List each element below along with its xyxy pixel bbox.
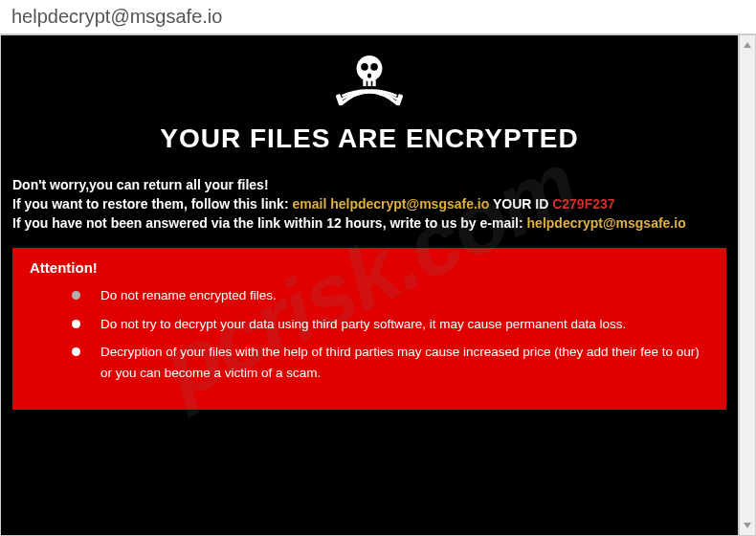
attention-bullet-list: Do not rename encrypted files. Do not tr… [30,285,709,383]
ransom-note-content: pcrisk.com YOUR FILES ARE ENCRYPTED Don [0,34,739,536]
svg-point-2 [370,63,378,71]
restore-email: helpdecrypt@msgsafe.io [330,196,489,212]
your-id-label: YOUR ID [489,196,552,212]
window-title-text: helpdecrypt@msgsafe.io [11,6,222,27]
vertical-scrollbar[interactable] [739,34,756,536]
svg-rect-4 [367,79,370,86]
your-id-value: C279F237 [552,196,614,212]
list-item: Do not try to decrypt your data using th… [85,314,709,335]
svg-rect-3 [363,79,366,86]
svg-point-1 [361,63,368,71]
pirate-logo-container [12,49,726,118]
window-title-bar: helpdecrypt@msgsafe.io [0,0,756,34]
restore-email-label: email [292,196,330,212]
list-item: Do not rename encrypted files. [85,285,709,306]
scroll-down-arrow-icon[interactable] [743,520,752,531]
page-title: YOUR FILES ARE ENCRYPTED [12,123,726,154]
info-line-restore: If you want to restore them, follow this… [12,196,726,212]
svg-point-6 [367,74,371,78]
attention-heading: Attention! [30,259,709,276]
content-wrapper: pcrisk.com YOUR FILES ARE ENCRYPTED Don [0,34,756,536]
fallback-prefix: If you have not been answered via the li… [12,215,527,231]
scroll-up-arrow-icon[interactable] [743,39,752,51]
skull-crossbones-icon [329,49,410,114]
info-line-return: Don't worry,you can return all your file… [12,177,726,192]
svg-rect-5 [372,79,375,86]
fallback-email: helpdecrypt@msgsafe.io [527,215,686,231]
restore-prefix: If you want to restore them, follow this… [12,196,292,212]
attention-panel: Attention! Do not rename encrypted files… [12,248,726,410]
list-item: Decryption of your files with the help o… [85,342,709,383]
info-line-fallback: If you have not been answered via the li… [12,215,726,231]
